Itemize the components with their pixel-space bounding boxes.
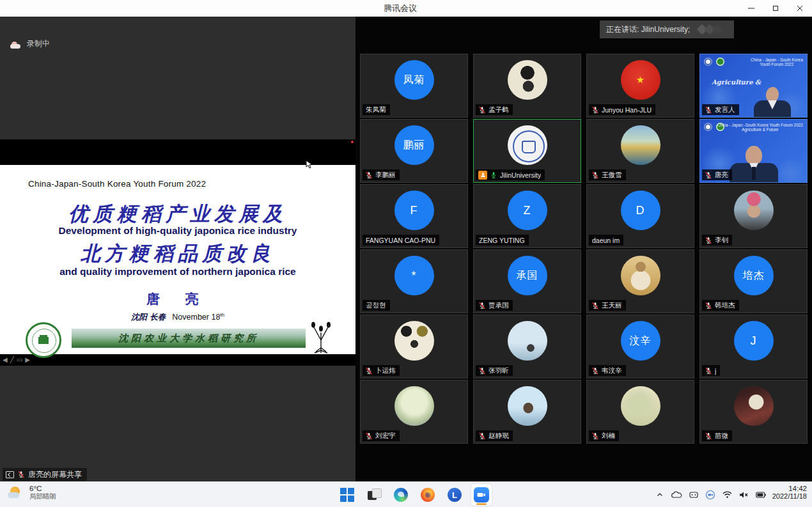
screen-share-chip: 唐亮的屏幕共享 — [3, 468, 87, 481]
participant-tile[interactable]: 承国 贾承国 — [473, 249, 581, 313]
taskbar-start-button[interactable] — [337, 484, 357, 506]
weather-widget[interactable]: 6°C 局部晴朗 — [8, 485, 56, 501]
mic-muted-icon — [705, 432, 712, 440]
participant-tile[interactable]: 孟子鹤 — [473, 54, 581, 118]
slide-forum-line: China-Japan-South Korea Youth Forum 2022 — [28, 179, 206, 189]
participant-name: 孟子鹤 — [488, 105, 509, 114]
participant-name: FANGYUAN CAO-PNU — [366, 237, 435, 244]
avatar: D — [621, 191, 660, 230]
participant-tile[interactable]: 卜运炜 — [360, 315, 468, 378]
clock-time: 14:42 — [772, 485, 807, 492]
taskbar-edge-button[interactable] — [391, 484, 411, 506]
participant-tile[interactable]: Ddaeun im — [586, 184, 694, 248]
prev-slide-icon[interactable]: ◀ — [3, 357, 8, 363]
taskbar-lenovo-browser-button[interactable]: L — [444, 484, 465, 506]
participant-tile[interactable]: 刘宏宇 — [360, 380, 468, 444]
photo-avatar — [394, 386, 434, 426]
participant-tile[interactable]: FFANGYUAN CAO-PNU — [360, 184, 468, 248]
photo-avatar — [394, 321, 434, 361]
participant-name: JilinUniversity — [500, 171, 541, 179]
mouse-cursor — [306, 160, 313, 171]
slide-letterbox: China-Japan-South Korea Youth Forum 2022… — [0, 139, 355, 366]
slide-nav-controls: ◀ ╱ ▭ ▶ — [3, 357, 30, 363]
participant-tile[interactable]: ★ Junyou Han-JLU — [586, 54, 694, 118]
mic-muted-icon — [591, 302, 599, 309]
participant-tile[interactable]: 鹏丽 李鹏丽 — [360, 119, 468, 183]
participant-name-bar: FANGYUAN CAO-PNU — [363, 235, 439, 246]
participant-tile[interactable]: 赵静珉 — [473, 380, 581, 444]
onedrive-cloud-icon[interactable] — [671, 491, 682, 499]
participant-tile[interactable]: 刘楠 — [586, 380, 694, 444]
maximize-button[interactable] — [763, 0, 788, 17]
avatar: 承国 — [508, 256, 547, 295]
participant-name-bar: 李鹏丽 — [363, 169, 400, 180]
participant-tile[interactable]: ZZENG YUTING — [473, 184, 581, 248]
participant-name: 赵静珉 — [488, 432, 509, 441]
avatar: * — [394, 256, 434, 295]
participant-name: 공정현 — [366, 301, 386, 310]
participant-name-bar: ZENG YUTING — [476, 235, 529, 246]
mic-muted-icon — [591, 106, 599, 114]
volume-muted-icon[interactable] — [739, 491, 749, 499]
photo-avatar — [621, 386, 660, 426]
minimize-button[interactable] — [739, 0, 763, 17]
taskbar-firefox-button[interactable] — [418, 484, 438, 506]
slide-date-suffix: th — [220, 312, 224, 318]
meeting-tray-icon[interactable] — [705, 490, 715, 500]
participant-name: ZENG YUTING — [479, 237, 525, 244]
participant-tile[interactable]: JilinUniversity — [473, 119, 581, 183]
participant-name: 刘楠 — [602, 432, 615, 441]
taskbar-clock[interactable]: 14:42 2022/11/18 — [772, 485, 807, 500]
pen-tool-icon[interactable]: ╱ — [10, 357, 14, 363]
close-button[interactable] — [788, 0, 812, 17]
mic-muted-icon — [478, 367, 486, 375]
participant-tile[interactable]: 王天丽 — [586, 249, 694, 313]
mic-muted-icon — [17, 471, 25, 478]
firefox-browser-icon — [421, 488, 435, 502]
taskbar-tencent-meeting-button[interactable] — [471, 484, 492, 506]
taskbar-task-view-button[interactable] — [364, 484, 384, 506]
presenter-silhouette — [730, 146, 778, 182]
participant-tile[interactable]: 李钊 — [699, 184, 808, 248]
title-bar: 腾讯会议 — [0, 0, 812, 17]
participant-tile[interactable]: J j — [699, 315, 808, 378]
participant-name-bar: 韩培杰 — [702, 300, 739, 311]
participant-tile[interactable]: 苗微 — [699, 380, 808, 444]
mic-muted-icon — [478, 302, 486, 309]
participant-tile[interactable]: 王傲雪 — [586, 119, 694, 183]
participant-name-bar: 发言人 — [702, 104, 739, 115]
next-slide-icon[interactable]: ▶ — [25, 357, 30, 363]
participant-name-bar: daeun im — [589, 235, 623, 246]
china-flag-avatar: ★ — [621, 60, 660, 100]
participant-name: daeun im — [592, 237, 620, 244]
cloud-record-icon — [10, 40, 22, 48]
forum-caption-text: Agriculture & — [712, 79, 761, 86]
ime-icon[interactable] — [689, 490, 698, 499]
participant-name: 唐亮 — [715, 171, 728, 180]
participant-name: 韩培杰 — [715, 301, 735, 310]
avatar: F — [394, 191, 434, 230]
participant-tile[interactable]: 凤菊朱凤菊 — [360, 54, 468, 118]
taskbar-app-icons: L — [337, 484, 492, 506]
app-window: 腾讯会议 录制中 China-Japan-South Korea Youth F… — [0, 0, 812, 507]
participant-tile[interactable]: China - Japan -South Korea Youth Forum 2… — [699, 119, 808, 183]
mic-on-icon — [490, 171, 497, 179]
photo-avatar — [734, 386, 774, 426]
slideshow-icon[interactable]: ▭ — [17, 357, 22, 363]
participant-name-bar: 王天丽 — [589, 300, 626, 311]
screen-share-label: 唐亮的屏幕共享 — [28, 469, 82, 480]
rice-plant-emblem — [308, 321, 334, 357]
lenovo-browser-icon: L — [448, 488, 462, 502]
chevron-up-icon[interactable] — [656, 491, 664, 499]
tencent-meeting-icon — [474, 487, 489, 503]
wifi-icon[interactable] — [722, 491, 732, 499]
weather-temp: 6°C — [29, 485, 56, 492]
slide-title-en-2: and quality improvement of northern japo… — [0, 266, 355, 277]
participant-tile[interactable]: *공정현 — [360, 249, 468, 313]
battery-icon[interactable] — [756, 492, 766, 498]
participant-tile[interactable]: 张羽昕 — [473, 315, 581, 378]
participant-tile[interactable]: China - Japan - South Korea Youth Forum … — [699, 54, 808, 118]
avatar: 凤菊 — [394, 60, 434, 100]
participant-tile[interactable]: 汶辛 韦汶辛 — [586, 315, 694, 378]
participant-tile[interactable]: 培杰 韩培杰 — [699, 249, 808, 313]
